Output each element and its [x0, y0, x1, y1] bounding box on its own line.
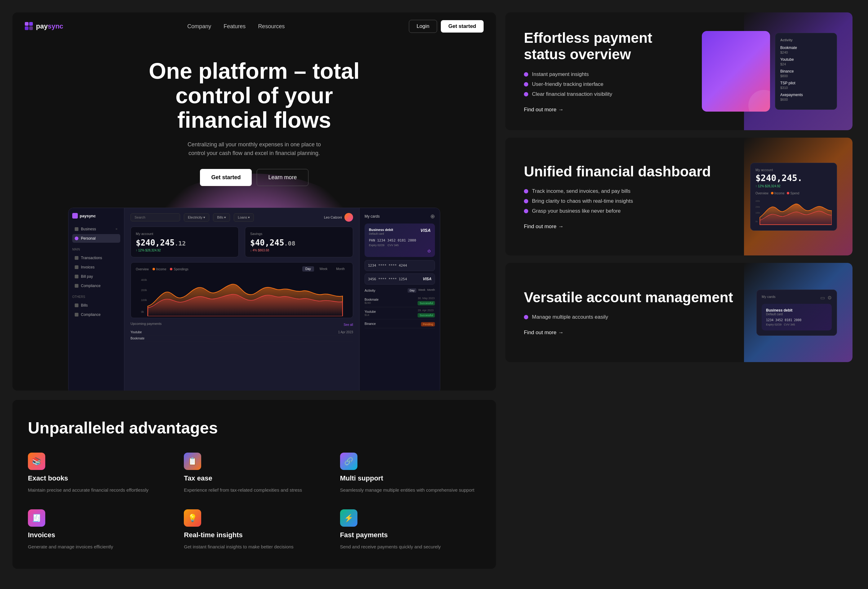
activity-row-bookmate: Bookmate $240 30. May 2023 Successful [365, 295, 435, 307]
svg-rect-1 [29, 22, 33, 26]
dash-nav-compliance[interactable]: Compliance [72, 282, 120, 290]
nav-features[interactable]: Features [223, 23, 245, 30]
feature-list-item-6: Grasp your business like never before [524, 208, 738, 214]
upcoming-payments: Upcoming payments See all Youtube 1 Apr … [130, 322, 353, 342]
feature-unified-dashboard-cta[interactable]: Find out more → [524, 223, 738, 230]
advantage-books-desc: Maintain precise and accurate financial … [28, 487, 168, 494]
login-button[interactable]: Login [409, 20, 437, 33]
dash-nav-compliance2[interactable]: Compliance [72, 310, 120, 319]
user-avatar [344, 213, 353, 221]
arrow-right-icon: → [558, 329, 564, 336]
advantage-payments-name: Fast payments [340, 531, 480, 539]
filter-bills[interactable]: Bills ▾ [213, 213, 230, 221]
nav-actions: Login Get started [409, 20, 484, 33]
feature-account-management-cta[interactable]: Find out more → [524, 329, 744, 336]
dash-nav-invoices[interactable]: Invoices [72, 263, 120, 272]
feature-unified-dashboard: Unified financial dashboard Track income… [505, 138, 852, 255]
cards-expand-icon[interactable]: ⊕ [430, 213, 435, 220]
activity-binance: Binance $800 [780, 69, 832, 78]
dashboard-user: Leo Calzoni [324, 213, 353, 221]
card-toggle-1[interactable]: ⏻ [428, 249, 431, 252]
activity-tab-week[interactable]: Week [418, 288, 425, 293]
activity-axepayments: Axepayments $600 [780, 93, 832, 101]
advantage-tax-name: Tax ease [184, 474, 324, 482]
dash-nav-transactions[interactable]: Transactions [72, 254, 120, 262]
nav-links: Company Features Resources [187, 23, 285, 30]
advantage-insights-desc: Get instant financial insights to make b… [184, 543, 324, 551]
advantage-support-desc: Seamlessly manage multiple entities with… [340, 487, 480, 494]
nav-resources[interactable]: Resources [258, 23, 285, 30]
upcoming-row-youtube: Youtube 1 Apr 2023 [130, 329, 353, 335]
filter-loans[interactable]: Loans ▾ [234, 213, 254, 221]
feature-payment-status-title: Effortless payment status overview [524, 30, 689, 63]
svg-rect-0 [25, 22, 28, 26]
advantage-insights: 💡 Real-time insights Get instant financi… [184, 509, 324, 551]
activity-tsp: TSP pilot $310 [780, 81, 832, 90]
payment-status-visual: Activity Bookmate $240 Youtube $24 Binan… [702, 31, 837, 112]
dashboard-mockup: paysync Business ✕ Personal Main [68, 208, 440, 391]
filter-electricity[interactable]: Electricity ▾ [184, 213, 209, 221]
dashboard-cards-panel: My cards ⊕ Business debit Default card V… [359, 208, 440, 391]
activity-tab-month[interactable]: Month [427, 288, 435, 293]
advantage-invoices: 🧾 Invoices Generate and manage invoices … [28, 509, 168, 551]
dash-nav-personal[interactable]: Personal [72, 234, 120, 243]
see-all-link[interactable]: See all [344, 323, 353, 326]
card-panel-icon2: ⚙ [827, 295, 832, 301]
feature-unified-dashboard-content: Unified financial dashboard Track income… [524, 163, 738, 230]
navigation: paysync Company Features Resources Login… [12, 12, 496, 40]
feature-account-management-content: Versatile account management Manage mult… [524, 289, 744, 336]
left-panel: paysync Company Features Resources Login… [12, 12, 496, 569]
dash-nav-bills[interactable]: Bills [72, 301, 120, 310]
feature-account-management-title: Versatile account management [524, 289, 744, 306]
hero-learn-more-button[interactable]: Learn more [257, 169, 308, 186]
dashboard-sidebar: paysync Business ✕ Personal Main [68, 208, 124, 391]
brand-name: paysync [36, 22, 63, 30]
advantage-invoices-name: Invoices [28, 531, 168, 539]
mini-dashboard-card: My account $240,245. ↑ 12% $28,324.92 Ov… [750, 163, 837, 231]
svg-text:100k: 100k [141, 298, 147, 302]
advantage-payments: ⚡ Fast payments Send and receive payment… [340, 509, 480, 551]
dash-nav-billpay[interactable]: Bill pay [72, 272, 120, 281]
advantages-grid: 📚 Exact books Maintain precise and accur… [28, 453, 480, 550]
get-started-nav-button[interactable]: Get started [441, 20, 484, 32]
brand-logo: paysync [25, 22, 63, 31]
feature-dot-icon [524, 209, 528, 213]
activity-tab-day[interactable]: Day [407, 288, 416, 293]
hero-get-started-button[interactable]: Get started [200, 169, 252, 186]
dashboard-main: Electricity ▾ Bills ▾ Loans ▾ Leo Calzon… [124, 208, 359, 391]
card-panel-icon1: ▭ [820, 295, 825, 301]
upcoming-row-bookmate: Bookmate [130, 335, 353, 342]
feature-unified-dashboard-list: Track income, send invoices, and pay bil… [524, 188, 738, 214]
svg-text:400k: 400k [141, 278, 147, 282]
svg-text:200k: 200k [756, 205, 760, 208]
dashboard-activity: Activity Day Week Month Bookmate $240 [365, 288, 435, 328]
svg-text:400k: 400k [756, 200, 760, 202]
feature-dot-icon [524, 189, 528, 193]
advantages-title: Unparalleled advantages [28, 418, 480, 437]
feature-dot-icon [524, 199, 528, 203]
card-item-1: Business debit Default card VISA PAN 123… [365, 223, 435, 257]
dashboard-chart: Overview Income Spendings Day Week Month [130, 262, 353, 318]
savings-card: Savings $40,245.08 ↓ 4% $863.68 [245, 227, 353, 257]
svg-text:0k: 0k [141, 310, 144, 313]
hero-section: paysync Company Features Resources Login… [12, 12, 496, 391]
activity-youtube: Youtube $24 [780, 58, 832, 66]
accounts-row: My account $240,245.12 ↑ 12% $28,324.92 … [130, 227, 353, 257]
feature-list-item-5: Bring clarity to chaos with real-time in… [524, 198, 738, 204]
feature-list-item-7: Manage multiple accounts easily [524, 314, 744, 320]
hero-buttons: Get started Learn more [25, 169, 484, 186]
feature-payment-status-cta[interactable]: Find out more → [524, 107, 689, 113]
feature-payment-status-content: Effortless payment status overview Insta… [524, 30, 689, 113]
activity-bookmate: Bookmate $240 [780, 46, 832, 54]
dashboard-search[interactable] [130, 213, 180, 221]
dash-logo: paysync [72, 213, 120, 218]
svg-rect-3 [29, 27, 33, 30]
feature-list-item-2: User-friendly tracking interface [524, 81, 689, 87]
advantage-payments-desc: Send and receive payments quickly and se… [340, 543, 480, 551]
dash-nav-business[interactable]: Business ✕ [72, 225, 120, 233]
my-account-card: My account $240,245.12 ↑ 12% $28,324.92 [130, 227, 239, 257]
account-management-visual: My cards ▭ ⚙ Business debit Default card… [756, 289, 837, 336]
svg-text:100k: 100k [756, 211, 760, 214]
advantage-books: 📚 Exact books Maintain precise and accur… [28, 453, 168, 494]
nav-company[interactable]: Company [187, 23, 211, 30]
